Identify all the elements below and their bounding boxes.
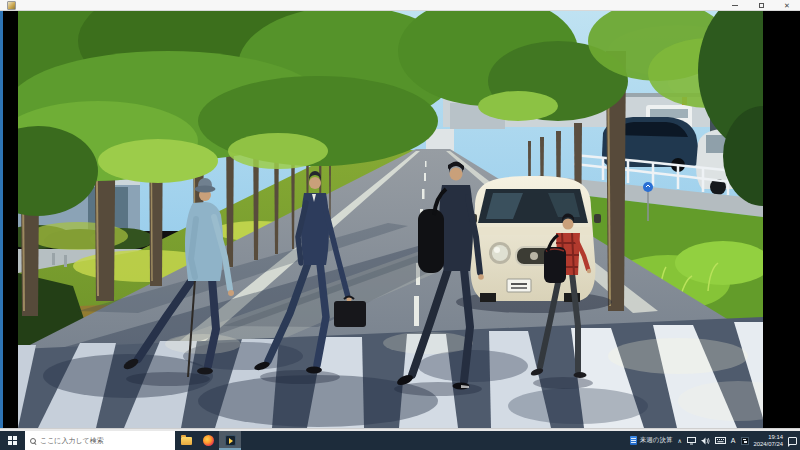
ime-icon[interactable] — [741, 437, 749, 445]
news-doc-icon — [630, 436, 637, 445]
taskbar-app-file-explorer[interactable] — [175, 431, 197, 450]
briefcase — [334, 301, 366, 327]
close-icon: ✕ — [784, 2, 790, 9]
news-widget-label: 来週の決算 — [640, 436, 673, 445]
windows-logo-icon — [8, 436, 17, 445]
file-explorer-icon — [181, 437, 192, 445]
bollard — [64, 255, 67, 267]
clock-time: 19:14 — [754, 434, 783, 441]
maximize-button[interactable] — [748, 0, 774, 11]
news-widget[interactable]: 来週の決算 — [630, 436, 673, 445]
maximize-icon — [759, 3, 764, 8]
ime-mode-indicator[interactable]: A — [731, 437, 736, 444]
minimize-icon — [732, 5, 738, 6]
taskbar-search[interactable]: ここに入力して検索 — [25, 431, 175, 450]
photo-canvas — [18, 11, 763, 428]
desktop-screen: ✕ — [0, 0, 800, 450]
backpack — [418, 209, 444, 273]
desktop-edge-sliver — [0, 11, 3, 428]
photo-viewer-content — [0, 11, 800, 428]
taskbar-app-media-player[interactable] — [219, 431, 241, 450]
taskbar: ここに入力して検索 来週の決算 ∧ — [0, 431, 800, 450]
start-button[interactable] — [0, 431, 25, 450]
search-icon — [30, 438, 36, 444]
search-placeholder: ここに入力して検索 — [40, 436, 104, 446]
blue-road-sign — [643, 182, 653, 192]
system-tray: 来週の決算 ∧ A 19:14 2024/07/24 — [630, 431, 800, 450]
tray-overflow-chevron[interactable]: ∧ — [677, 437, 681, 444]
tray-clock[interactable]: 19:14 2024/07/24 — [754, 434, 783, 448]
media-player-icon — [225, 435, 236, 446]
side-mirror — [594, 214, 601, 223]
taskbar-apps — [175, 431, 241, 450]
license-plate — [507, 279, 531, 292]
volume-icon[interactable] — [701, 437, 710, 445]
close-button[interactable]: ✕ — [774, 0, 800, 11]
action-center-icon[interactable] — [788, 437, 797, 445]
firefox-icon — [203, 435, 214, 446]
taskbar-app-firefox[interactable] — [197, 431, 219, 450]
app-icon — [7, 1, 16, 10]
randoseru-backpack — [544, 247, 566, 283]
network-icon[interactable] — [687, 437, 696, 445]
clock-date: 2024/07/24 — [754, 441, 783, 448]
window-controls: ✕ — [722, 0, 800, 11]
minimize-button[interactable] — [722, 0, 748, 11]
window-titlebar: ✕ — [0, 0, 800, 11]
avenue-crossing-photo — [18, 11, 763, 428]
touch-keyboard-icon[interactable] — [715, 437, 726, 444]
bollard — [52, 253, 55, 265]
